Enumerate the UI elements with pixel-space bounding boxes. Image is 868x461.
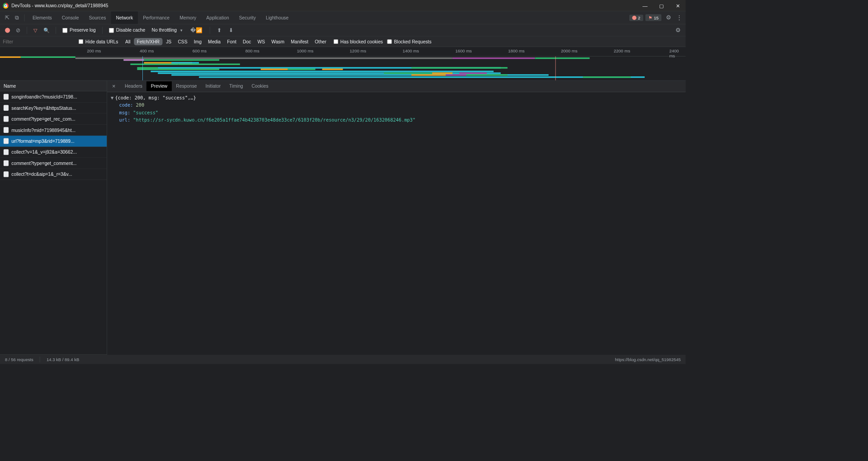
request-row[interactable]: musicInfo?mid=71988945&ht... — [0, 125, 107, 136]
clear-button[interactable]: ⊘ — [14, 27, 23, 33]
type-filter-doc[interactable]: Doc — [240, 38, 254, 46]
timeline-overview[interactable]: 200 ms400 ms600 ms800 ms1000 ms1200 ms14… — [0, 47, 686, 80]
export-har-icon[interactable]: ⬇ — [226, 27, 236, 33]
time-tick: 600 ms — [193, 48, 207, 53]
type-filter-ws[interactable]: WS — [255, 38, 268, 46]
detail-tabs: × HeadersPreviewResponseInitiatorTimingC… — [107, 81, 686, 92]
settings-gear-icon[interactable]: ⚙ — [664, 14, 674, 21]
tab-security[interactable]: Security — [234, 11, 261, 24]
waterfall-bar — [322, 69, 343, 70]
divider — [24, 14, 25, 21]
time-tick: 400 ms — [140, 48, 154, 53]
close-button[interactable]: ✕ — [673, 3, 683, 9]
request-row[interactable]: searchKey?key=&httpsStatus... — [0, 103, 107, 113]
preserve-log-checkbox[interactable]: Preserve log — [61, 28, 98, 33]
request-row[interactable]: comment?type=get_rec_com... — [0, 113, 107, 124]
json-val-code: 200 — [136, 103, 145, 108]
waterfall-bar — [535, 57, 590, 59]
disable-cache-label: Disable cache — [116, 28, 146, 33]
divider — [27, 27, 27, 34]
inspect-icon[interactable]: ⇱ — [3, 14, 12, 21]
type-filter-media[interactable]: Media — [205, 38, 224, 46]
window-title: DevTools - www.kuwo.cn/play_detail/71988… — [11, 3, 640, 8]
network-settings-icon[interactable]: ⚙ — [673, 27, 683, 33]
collapse-triangle-icon[interactable]: ▼ — [111, 94, 115, 102]
preserve-log-label: Preserve log — [70, 28, 96, 33]
type-filters: AllFetch/XHRJSCSSImgMediaFontDocWSWasmMa… — [123, 38, 330, 46]
tab-elements[interactable]: Elements — [28, 11, 57, 24]
filter-input[interactable] — [3, 39, 74, 44]
request-name: comment?type=get_rec_com... — [11, 116, 75, 122]
import-har-icon[interactable]: ⬆ — [214, 27, 225, 33]
preview-body: ▼{code: 200, msg: "success",…} code: 200… — [107, 92, 686, 354]
network-conditions-icon[interactable]: �📶 — [187, 27, 205, 33]
tab-memory[interactable]: Memory — [175, 11, 201, 24]
disable-cache-checkbox[interactable]: Disable cache — [107, 28, 147, 33]
chevron-down-icon: ▼ — [179, 28, 183, 32]
divider — [209, 27, 210, 34]
request-row[interactable]: collect?t=dc&aip=1&_r=3&v... — [0, 169, 107, 180]
request-list-header[interactable]: Name — [0, 81, 107, 92]
request-row[interactable]: collect?v=1&_v=j92&a=30662... — [0, 147, 107, 158]
warnings-badge[interactable]: ⚑ 15 — [645, 14, 661, 21]
document-icon — [4, 116, 9, 122]
waterfall-bar — [137, 69, 219, 70]
document-icon — [4, 94, 9, 100]
type-filter-js[interactable]: JS — [163, 38, 175, 46]
type-filter-other[interactable]: Other — [312, 38, 329, 46]
detail-tab-preview[interactable]: Preview — [146, 81, 171, 91]
request-row[interactable]: songinfoandlrc?musicId=7198... — [0, 91, 107, 102]
waterfall-bar — [260, 69, 288, 70]
filter-funnel-icon[interactable]: ▽ — [32, 27, 40, 33]
watermark-url: https://blog.csdn.net/qq_51982545 — [615, 357, 680, 362]
tab-application[interactable]: Application — [201, 11, 234, 24]
request-row[interactable]: comment?type=get_comment... — [0, 158, 107, 169]
warnings-count: 15 — [654, 15, 659, 20]
type-filter-css[interactable]: CSS — [175, 38, 190, 46]
detail-tab-timing[interactable]: Timing — [225, 81, 247, 91]
has-blocked-cookies-checkbox[interactable]: Has blocked cookies — [334, 39, 383, 44]
minimize-button[interactable]: — — [640, 3, 650, 9]
hide-data-urls-checkbox[interactable]: Hide data URLs — [79, 39, 118, 44]
has-blocked-label: Has blocked cookies — [340, 39, 383, 44]
time-tick: 2000 ms — [561, 48, 577, 53]
maximize-button[interactable]: ▢ — [656, 3, 666, 9]
detail-tab-cookies[interactable]: Cookies — [247, 81, 273, 91]
waterfall-bar — [432, 72, 453, 74]
type-filter-wasm[interactable]: Wasm — [269, 38, 287, 46]
blocked-requests-label: Blocked Requests — [394, 39, 431, 44]
type-filter-fetchxhr[interactable]: Fetch/XHR — [134, 38, 162, 46]
type-filter-all[interactable]: All — [123, 38, 133, 46]
tab-sources[interactable]: Sources — [84, 11, 111, 24]
blocked-requests-checkbox[interactable]: Blocked Requests — [387, 39, 431, 44]
tab-lighthouse[interactable]: Lighthouse — [261, 11, 293, 24]
divider — [56, 27, 56, 34]
type-filter-img[interactable]: Img — [191, 38, 204, 46]
detail-tab-initiator[interactable]: Initiator — [201, 81, 225, 91]
more-icon[interactable]: ⋮ — [676, 14, 683, 21]
tab-console[interactable]: Console — [57, 11, 84, 24]
request-row[interactable]: url?format=mp3&rid=719889... — [0, 136, 107, 146]
record-button[interactable] — [5, 28, 10, 33]
tab-network[interactable]: Network — [111, 11, 138, 24]
throttling-select[interactable]: No throttling ▼ — [149, 28, 186, 33]
detail-tab-headers[interactable]: Headers — [121, 81, 147, 91]
document-icon — [4, 105, 9, 111]
search-icon[interactable]: 🔍 — [41, 27, 52, 33]
type-filter-manifest[interactable]: Manifest — [288, 38, 311, 46]
document-icon — [4, 127, 9, 133]
hide-data-label: Hide data URLs — [85, 39, 118, 44]
tab-performance[interactable]: Performance — [138, 11, 175, 24]
time-tick: 1800 ms — [508, 48, 524, 53]
device-toggle-icon[interactable]: ⧉ — [12, 14, 22, 21]
type-filter-font[interactable]: Font — [224, 38, 239, 46]
document-icon — [4, 149, 9, 155]
main-tabs-row: ⇱ ⧉ ElementsConsoleSourcesNetworkPerform… — [0, 11, 686, 24]
time-tick: 800 ms — [245, 48, 259, 53]
chrome-icon — [3, 3, 9, 9]
detail-tab-response[interactable]: Response — [172, 81, 201, 91]
close-detail-icon[interactable]: × — [111, 83, 119, 89]
waterfall-mini — [0, 56, 686, 81]
preview-summary: {code: 200, msg: "success",…} — [115, 95, 196, 100]
errors-badge[interactable]: 2 — [629, 14, 643, 21]
